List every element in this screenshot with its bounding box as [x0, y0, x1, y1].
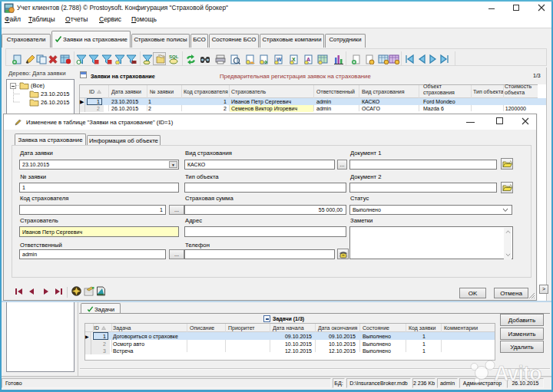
svg-text:SQL: SQL — [169, 54, 179, 59]
svg-text:Avito: Avito — [494, 362, 541, 385]
